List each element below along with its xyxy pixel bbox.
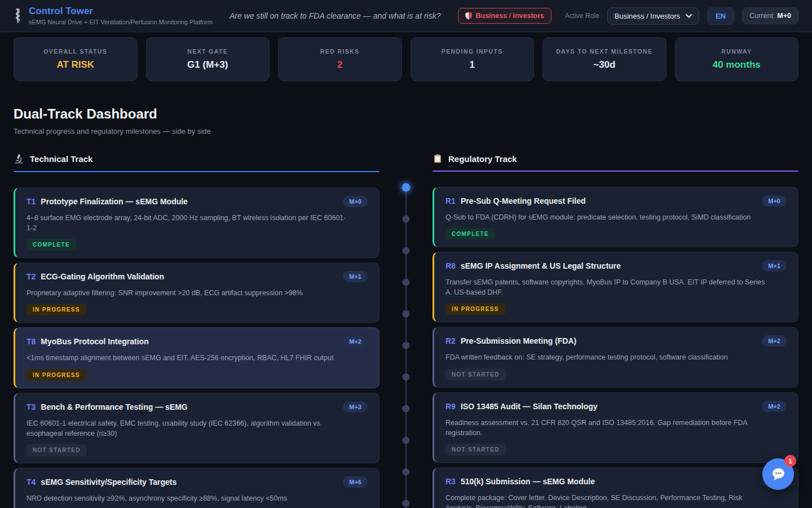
timeline-dot bbox=[403, 342, 410, 349]
active-role-label: Active Role bbox=[565, 12, 599, 20]
language-button[interactable]: EN bbox=[707, 7, 734, 25]
month-badge: M+2 bbox=[343, 336, 368, 347]
role-badge-label: Business / Investors bbox=[476, 12, 545, 20]
chevron-down-icon bbox=[686, 14, 692, 18]
stat-label: RUNWAY bbox=[721, 48, 752, 55]
milestone-card[interactable]: T4 sEMG Sensitivity/Specificity Targets … bbox=[14, 468, 379, 508]
card-description: NRD detection sensitivity ≥92%, asynchro… bbox=[27, 493, 351, 503]
microscope-icon bbox=[14, 154, 24, 164]
timeline-dot bbox=[403, 468, 410, 476]
month-badge: M+1 bbox=[762, 260, 787, 271]
status-badge: IN PROGRESS bbox=[445, 303, 505, 315]
card-description: Transfer sEMG patents, software copyrigh… bbox=[445, 277, 770, 297]
status-badge: NOT STARTED bbox=[27, 444, 87, 456]
regulatory-track-underline bbox=[433, 170, 798, 172]
card-id: T4 bbox=[27, 478, 36, 487]
timeline-dot bbox=[403, 310, 410, 318]
stat-value: 1 bbox=[470, 59, 475, 71]
stat-card: NEXT GATE G1 (M+3) bbox=[146, 37, 270, 81]
stat-card: PENDING INPUTS 1 bbox=[411, 37, 535, 81]
role-badge[interactable]: Business / Investors bbox=[458, 8, 552, 24]
card-title: MyoBus Protocol Integration bbox=[41, 337, 338, 346]
milestone-card[interactable]: T8 MyoBus Protocol Integration M+2 <1ms … bbox=[14, 327, 379, 388]
card-id: R8 bbox=[445, 261, 456, 270]
chat-fab-button[interactable]: 1 bbox=[762, 458, 794, 490]
timeline-dot bbox=[403, 405, 410, 413]
card-id: T1 bbox=[27, 197, 36, 206]
app-subtitle: sEMG Neural Drive + EIT Ventilation/Perf… bbox=[29, 19, 213, 25]
chat-bubble-icon bbox=[770, 466, 787, 483]
role-select[interactable]: Business / Investors bbox=[607, 7, 699, 25]
regulatory-track-title: Regulatory Track bbox=[448, 154, 517, 164]
current-month-chip: Current:M+0 bbox=[742, 7, 798, 24]
stat-value: G1 (M+3) bbox=[187, 59, 228, 71]
role-select-value: Business / Investors bbox=[615, 12, 680, 20]
stat-card: RUNWAY 40 months bbox=[675, 37, 799, 81]
timeline-dot bbox=[403, 247, 410, 255]
stat-card: RED RISKS 2 bbox=[278, 37, 402, 81]
stat-label: PENDING INPUTS bbox=[442, 48, 503, 55]
shield-icon bbox=[465, 12, 472, 20]
stat-value: AT RISK bbox=[56, 59, 94, 71]
card-description: IEC 60601-1 electrical safety, EMC testi… bbox=[27, 418, 351, 439]
card-head: T1 Prototype Finalization — sEMG Module … bbox=[27, 196, 368, 207]
milestone-card[interactable]: T1 Prototype Finalization — sEMG Module … bbox=[14, 187, 379, 258]
stat-label: NEXT GATE bbox=[187, 48, 228, 55]
technical-track-title: Technical Track bbox=[30, 154, 92, 164]
status-badge: COMPLETE bbox=[445, 228, 495, 240]
month-badge: M+0 bbox=[343, 196, 368, 207]
timeline-dot bbox=[403, 279, 410, 286]
stat-value: 40 months bbox=[713, 59, 761, 71]
dual-track-grid: Technical Track T1 Prototype Finalizatio… bbox=[14, 154, 798, 508]
stat-value: ~30d bbox=[593, 59, 615, 71]
month-badge: M+3 bbox=[343, 401, 368, 413]
card-id: R1 bbox=[445, 196, 456, 205]
card-id: R3 bbox=[445, 477, 456, 486]
milestone-card[interactable]: R9 ISO 13485 Audit — Silan Technology M+… bbox=[433, 392, 798, 463]
timeline-dot bbox=[403, 437, 410, 444]
card-id: T2 bbox=[27, 272, 36, 281]
milestone-card[interactable]: R3 510(k) Submission — sEMG Module M+6 C… bbox=[433, 467, 798, 508]
staff-of-asclepius-icon bbox=[14, 8, 22, 24]
card-title: Prototype Finalization — sEMG Module bbox=[41, 197, 338, 206]
stat-card: OVERALL STATUS AT RISK bbox=[14, 37, 138, 81]
page-subtitle: Technical progress and regulatory milest… bbox=[14, 127, 798, 135]
card-description: <1ms timestamp alignment between sEMG an… bbox=[27, 353, 351, 363]
milestone-card[interactable]: R1 Pre-Sub Q-Meeting Request Filed M+0 Q… bbox=[433, 187, 798, 247]
card-description: Q-Sub to FDA (CDRH) for sEMG module: pre… bbox=[445, 212, 770, 222]
milestone-card[interactable]: R2 Pre-Submission Meeting (FDA) M+2 FDA … bbox=[433, 327, 798, 387]
card-title: ECG-Gating Algorithm Validation bbox=[41, 272, 338, 281]
card-title: ISO 13485 Audit — Silan Technology bbox=[461, 402, 757, 411]
milestone-card[interactable]: T2 ECG-Gating Algorithm Validation M+1 P… bbox=[14, 262, 379, 323]
timeline-dot bbox=[403, 216, 410, 223]
card-description: FDA written feedback on: SE strategy, pe… bbox=[445, 352, 770, 362]
card-head: R9 ISO 13485 Audit — Silan Technology M+… bbox=[445, 401, 787, 412]
stats-row: OVERALL STATUS AT RISK NEXT GATE G1 (M+3… bbox=[14, 37, 798, 81]
card-id: T8 bbox=[27, 337, 36, 346]
regulatory-track: Regulatory Track R1 Pre-Sub Q-Meeting Re… bbox=[433, 154, 798, 508]
page-title: Dual-Track Dashboard bbox=[14, 106, 798, 122]
status-badge: IN PROGRESS bbox=[27, 304, 86, 316]
status-badge: COMPLETE bbox=[27, 239, 76, 251]
card-title: sEMG Sensitivity/Specificity Targets bbox=[41, 478, 338, 487]
timeline bbox=[379, 154, 433, 508]
card-id: T3 bbox=[27, 402, 36, 411]
regulatory-track-header: Regulatory Track bbox=[433, 154, 798, 164]
app-logo: Control Tower sEMG Neural Drive + EIT Ve… bbox=[14, 6, 213, 25]
guiding-question: Are we still on track to FDA clearance —… bbox=[220, 11, 450, 20]
technical-cards: T1 Prototype Finalization — sEMG Module … bbox=[14, 187, 379, 508]
card-description: 4–8 surface EMG electrode array, 24-bit … bbox=[27, 213, 351, 233]
card-id: R9 bbox=[445, 402, 456, 411]
chat-notification-badge: 1 bbox=[784, 455, 796, 467]
card-head: R3 510(k) Submission — sEMG Module M+6 bbox=[445, 476, 787, 487]
card-title: Bench & Performance Testing — sEMG bbox=[41, 402, 338, 411]
timeline-dot bbox=[403, 374, 410, 381]
milestone-card[interactable]: R8 sEMG IP Assignment & US Legal Structu… bbox=[433, 252, 798, 322]
timeline-dot bbox=[402, 183, 411, 192]
stat-label: RED RISKS bbox=[320, 48, 360, 55]
card-head: T2 ECG-Gating Algorithm Validation M+1 bbox=[27, 271, 368, 282]
card-head: R2 Pre-Submission Meeting (FDA) M+2 bbox=[445, 335, 787, 347]
milestone-card[interactable]: T3 Bench & Performance Testing — sEMG M+… bbox=[14, 393, 379, 463]
timeline-dot bbox=[403, 500, 410, 507]
status-badge: IN PROGRESS bbox=[27, 369, 86, 381]
